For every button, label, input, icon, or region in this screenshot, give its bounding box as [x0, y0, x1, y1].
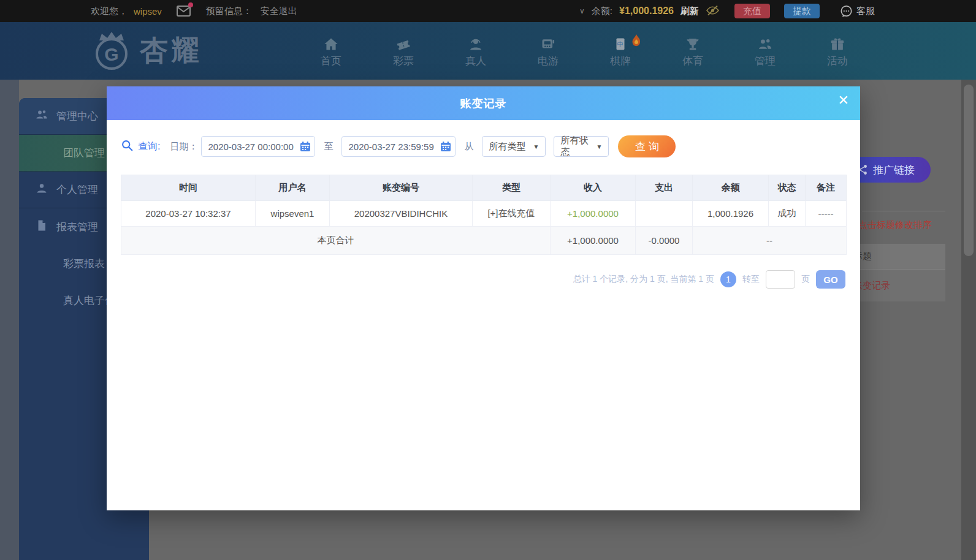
logout-link[interactable]: 安全退出 [261, 6, 297, 17]
chevron-down-icon: ▼ [533, 143, 539, 150]
goto-label: 转至 [742, 274, 760, 285]
cell-record-no: 20200327VBIDIHCHIK [330, 201, 473, 227]
pagination: 总计 1 个记录, 分为 1 页, 当前第 1 页 1 转至 页 GO [573, 270, 845, 289]
nav-item-promo[interactable]: 活动 [801, 31, 874, 71]
table-summary-row: 本页合计 +1,000.0000 -0.0000 -- [121, 227, 847, 255]
nav-item-sports[interactable]: 体育 [657, 31, 729, 71]
nav-item-egame[interactable]: 电游 [512, 31, 584, 71]
brand-name: 杏耀 [140, 32, 202, 70]
account-change-table: 时间 用户名 账变编号 类型 收入 支出 余额 状态 备注 2020-03-27… [121, 175, 847, 255]
promo-link-label: 推广链接 [873, 163, 915, 177]
col-expense: 支出 [636, 175, 693, 201]
username[interactable]: wipsev [134, 6, 162, 17]
col-type: 类型 [473, 175, 551, 201]
slot-machine-icon [540, 31, 556, 51]
cell-time: 2020-03-27 10:32:37 [121, 201, 256, 227]
withdraw-button[interactable]: 提款 [784, 4, 820, 18]
date-label: 日期： [170, 141, 197, 153]
trophy-icon [685, 31, 701, 51]
team-icon [35, 108, 48, 124]
welcome-text: 欢迎您， [91, 6, 128, 17]
nav-item-manage[interactable]: 管理 [729, 31, 801, 71]
col-status: 状态 [769, 175, 806, 201]
calendar-icon[interactable] [300, 141, 311, 154]
pagination-summary: 总计 1 个记录, 分为 1 页, 当前第 1 页 [573, 274, 714, 285]
col-remark: 备注 [806, 175, 847, 201]
main-nav-bar: G 杏耀 首页 彩票 真人 电游 中 棋牌 体育 [0, 22, 976, 80]
summary-balance: -- [693, 227, 847, 255]
col-time: 时间 [121, 175, 256, 201]
col-record-no: 账变编号 [330, 175, 473, 201]
nav-item-live[interactable]: 真人 [440, 31, 512, 71]
type-select[interactable]: 所有类型 ▼ [482, 136, 546, 157]
date-from-input[interactable] [201, 136, 315, 157]
person-icon [35, 182, 48, 197]
balance-value: ¥1,000.1926 [619, 6, 674, 17]
customer-service-button[interactable]: 客服 [840, 5, 875, 18]
date-to-input[interactable] [341, 136, 456, 157]
from-label: 从 [464, 141, 473, 153]
scrollbar-thumb[interactable] [964, 85, 974, 256]
gift-icon [829, 31, 845, 51]
nav-item-home[interactable]: 首页 [295, 31, 367, 71]
nav-item-lottery[interactable]: 彩票 [367, 31, 440, 71]
customer-service-label: 客服 [856, 6, 875, 17]
chevron-down-icon[interactable]: ∨ [579, 7, 585, 15]
mahjong-tile-icon: 中 [612, 31, 628, 51]
summary-label: 本页合计 [121, 227, 551, 255]
chat-bubble-icon [840, 5, 853, 18]
go-button[interactable]: GO [816, 270, 845, 289]
scrollbar[interactable] [961, 80, 976, 560]
cell-type: [+]在线充值 [473, 201, 551, 227]
svg-text:中: 中 [617, 40, 624, 48]
cell-remark: ----- [806, 201, 847, 227]
team-icon [757, 31, 773, 51]
summary-expense: -0.0000 [636, 227, 693, 255]
refresh-link[interactable]: 刷新 [681, 6, 699, 17]
date-to-field-wrap [341, 136, 456, 157]
report-icon [35, 219, 48, 235]
account-change-modal: 账变记录 ✕ 查询: 日期： 至 从 所有类型 ▼ 所有状态 ▼ 查 询 [107, 86, 860, 510]
ticket-icon [395, 31, 411, 51]
col-username: 用户名 [256, 175, 330, 201]
modal-header: 账变记录 ✕ [107, 86, 860, 120]
to-label: 至 [324, 141, 333, 153]
goto-page-input[interactable] [766, 270, 795, 289]
top-bar: 欢迎您， wipsev 预留信息： 安全退出 ∨ 余额: ¥1,000.1926… [0, 0, 976, 22]
left-gutter [0, 80, 19, 560]
table-row: 2020-03-27 10:32:37 wipseven1 20200327VB… [121, 201, 847, 227]
chevron-down-icon: ▼ [597, 143, 603, 150]
nav-menu: 首页 彩票 真人 电游 中 棋牌 体育 管理 活动 [295, 31, 874, 71]
query-label: 查询: [138, 140, 160, 153]
live-person-icon [468, 31, 484, 51]
balance-label: 余额: [592, 6, 612, 17]
cell-income: +1,000.0000 [551, 201, 636, 227]
deposit-button[interactable]: 充值 [734, 4, 770, 18]
panel-divider [862, 211, 945, 211]
page-unit-label: 页 [801, 274, 810, 285]
date-from-field-wrap [201, 136, 315, 157]
mail-icon[interactable] [177, 5, 191, 17]
svg-text:G: G [104, 44, 118, 64]
cell-username: wipseven1 [256, 201, 330, 227]
modal-title: 账变记录 [460, 96, 507, 111]
summary-income: +1,000.0000 [551, 227, 636, 255]
table-header-row: 时间 用户名 账变编号 类型 收入 支出 余额 状态 备注 [121, 175, 847, 201]
nav-item-board-games[interactable]: 中 棋牌 [584, 31, 657, 71]
col-income: 收入 [551, 175, 636, 201]
unread-dot [188, 2, 193, 7]
close-icon[interactable]: ✕ [838, 94, 849, 107]
col-balance: 余额 [693, 175, 769, 201]
calendar-icon[interactable] [440, 141, 451, 154]
hot-flame-icon [630, 33, 643, 51]
brand-logo[interactable]: G 杏耀 [90, 31, 202, 71]
cell-expense [636, 201, 693, 227]
query-button[interactable]: 查 询 [618, 135, 676, 157]
cell-balance: 1,000.1926 [693, 201, 769, 227]
status-select[interactable]: 所有状态 ▼ [554, 136, 609, 157]
page-1-button[interactable]: 1 [720, 271, 736, 287]
reserved-info-label: 预留信息： [206, 6, 252, 17]
search-icon [121, 139, 134, 154]
eye-slash-icon[interactable] [706, 4, 719, 18]
crown-emblem-icon: G [90, 31, 134, 71]
